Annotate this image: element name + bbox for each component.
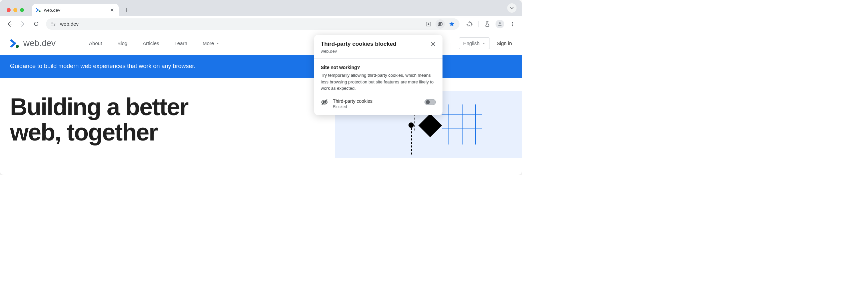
site-header-right: English Sign in — [459, 37, 512, 49]
banner: Guidance to build modern web experiences… — [0, 55, 522, 78]
window-close-button[interactable] — [7, 8, 11, 12]
browser-window: web.dev — [0, 0, 522, 175]
cookie-toggle-row: Third-party cookies Blocked — [321, 98, 436, 109]
window-minimize-button[interactable] — [13, 8, 17, 12]
tab-title: web.dev — [44, 8, 107, 13]
reload-button[interactable] — [31, 19, 41, 29]
menu-button[interactable] — [507, 19, 518, 29]
cookie-toggle[interactable] — [425, 99, 436, 105]
hero: Building a better web, together — [0, 78, 522, 162]
tab-overflow-button[interactable] — [507, 3, 517, 13]
webdev-logo-icon — [10, 38, 20, 49]
language-label: English — [463, 40, 479, 46]
cookie-toggle-info: Third-party cookies Blocked — [333, 98, 420, 109]
toggle-knob — [426, 100, 430, 104]
cookies-popover: Third-party cookies blocked web.dev Site… — [314, 35, 442, 115]
popover-description: Try temporarily allowing third-party coo… — [321, 72, 436, 92]
address-bar[interactable]: web.dev — [46, 18, 460, 30]
banner-text: Guidance to build modern web experiences… — [10, 63, 195, 69]
cookie-toggle-label: Third-party cookies — [333, 98, 420, 104]
svg-point-3 — [54, 24, 55, 26]
svg-point-11 — [512, 25, 513, 26]
toolbar-right — [464, 19, 518, 29]
svg-point-0 — [39, 10, 40, 12]
popover-header: Third-party cookies blocked web.dev — [314, 35, 442, 59]
nav-blog[interactable]: Blog — [117, 40, 127, 46]
browser-tab[interactable]: web.dev — [32, 4, 119, 16]
window-zoom-button[interactable] — [20, 8, 24, 12]
browser-toolbar: web.dev — [0, 16, 522, 32]
site-logo[interactable]: web.dev — [10, 38, 56, 49]
signin-link[interactable]: Sign in — [497, 40, 512, 46]
nav-articles[interactable]: Articles — [143, 40, 159, 46]
popover-title: Third-party cookies blocked — [321, 41, 436, 48]
popover-body: Site not working? Try temporarily allowi… — [314, 59, 442, 115]
site-controls-icon[interactable] — [51, 21, 56, 27]
svg-point-8 — [499, 22, 501, 24]
extensions-icon[interactable] — [464, 19, 475, 29]
svg-point-1 — [51, 22, 53, 24]
tab-close-button[interactable] — [110, 7, 115, 13]
url-text: web.dev — [60, 21, 422, 27]
nav-learn[interactable]: Learn — [175, 40, 187, 46]
site-header: web.dev About Blog Articles Learn More E… — [0, 32, 522, 55]
page-content: web.dev About Blog Articles Learn More E… — [0, 32, 522, 175]
cookies-blocked-icon[interactable] — [435, 19, 445, 29]
tab-strip: web.dev — [0, 0, 522, 16]
popover-site: web.dev — [321, 49, 436, 54]
avatar-icon — [496, 20, 504, 28]
webdev-favicon — [36, 7, 41, 13]
bookmark-star-icon[interactable] — [449, 21, 455, 27]
popover-question: Site not working? — [321, 65, 436, 70]
profile-button[interactable] — [495, 19, 505, 29]
toolbar-divider — [478, 21, 478, 27]
site-logo-text: web.dev — [23, 38, 56, 49]
chevron-down-icon — [216, 42, 219, 45]
cookie-toggle-status: Blocked — [333, 105, 420, 109]
nav-more-label: More — [203, 40, 214, 46]
nav-about[interactable]: About — [89, 40, 102, 46]
eye-blocked-icon — [321, 98, 328, 107]
language-picker[interactable]: English — [459, 37, 490, 49]
svg-point-12 — [16, 45, 19, 48]
svg-point-10 — [512, 23, 513, 24]
chevron-down-icon — [482, 42, 486, 45]
install-app-icon[interactable] — [426, 21, 432, 27]
svg-point-9 — [512, 22, 513, 23]
nav-more[interactable]: More — [203, 40, 219, 46]
popover-close-button[interactable] — [430, 41, 436, 48]
forward-button[interactable] — [17, 19, 28, 29]
back-button[interactable] — [4, 19, 15, 29]
new-tab-button[interactable] — [122, 5, 131, 15]
labs-icon[interactable] — [482, 19, 493, 29]
window-controls — [4, 8, 28, 16]
